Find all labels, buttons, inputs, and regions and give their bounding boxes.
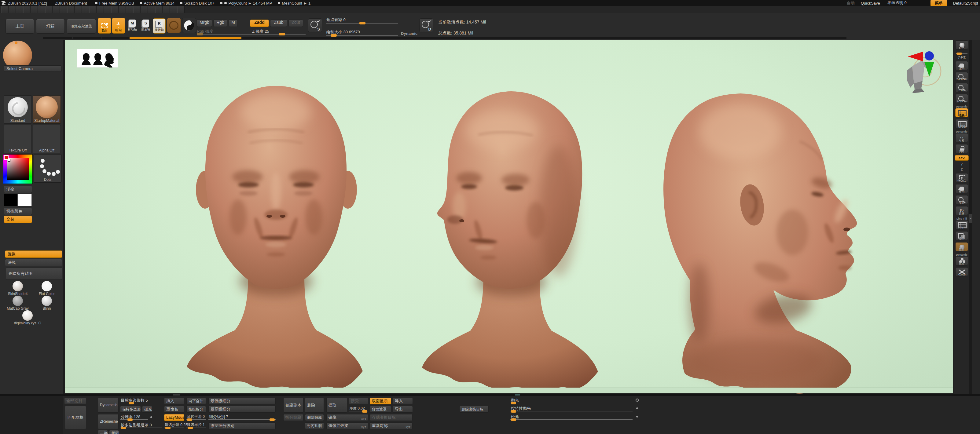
polish-features-toggle[interactable] <box>636 407 638 409</box>
relax-toggle[interactable] <box>636 416 638 418</box>
stroke-dots-thumbnail[interactable]: Dots <box>33 154 62 183</box>
thickness-slider[interactable]: 厚度 0.02 <box>349 406 368 413</box>
lightbox-button[interactable]: 灯箱 <box>36 19 65 33</box>
slider-handle[interactable] <box>511 410 516 413</box>
material-standard[interactable]: Standard <box>4 95 32 124</box>
axis-marks[interactable]: xyz <box>361 424 367 429</box>
resymmetry-button[interactable]: 重新对称 xyz <box>370 422 412 429</box>
dynamesh-polish-button[interactable]: 抛光 <box>142 406 152 413</box>
menu-item[interactable] <box>16 6 23 13</box>
freeze-subdiv-button[interactable]: 冻结细分级别 <box>208 422 276 429</box>
menu-item[interactable] <box>38 6 45 13</box>
material-digitalclay[interactable]: digitalclay.xyz_C <box>9 310 46 325</box>
zscript-button[interactable]: DefaultZScript <box>953 1 978 5</box>
polish-slider[interactable]: 抛光 <box>510 397 633 404</box>
same-button[interactable]: 相同 <box>109 430 119 434</box>
menu-item[interactable] <box>140 6 148 13</box>
axis-marks[interactable]: xyz <box>361 416 367 421</box>
split-hidden-button[interactable]: 拆分隐藏 <box>283 414 304 421</box>
dynamesh-button[interactable]: Dynamesh <box>98 397 119 413</box>
highest-subdiv-button[interactable]: 最高级细分 <box>208 406 276 413</box>
ui-opacity-slider[interactable]: 界面透明 0 <box>888 0 907 6</box>
slider-handle[interactable] <box>511 402 516 404</box>
alternate-button[interactable]: 交替 <box>4 216 32 223</box>
insert-button[interactable]: 插入 <box>164 397 184 404</box>
slider-handle[interactable] <box>121 427 126 429</box>
shelf-button[interactable]: Dynamic 对称 <box>955 130 969 142</box>
displacement-button[interactable]: 置换 <box>5 250 62 258</box>
match-mesh-button[interactable]: 匹配网格 <box>65 406 86 429</box>
backface-mask-button[interactable]: 背面遮罩 <box>370 406 391 413</box>
move-button[interactable]: M 移动轴 <box>126 19 139 32</box>
project-all-button[interactable]: 全部投射 <box>64 397 86 404</box>
material-blinn[interactable]: Blinn <box>33 296 61 311</box>
mrgb-button[interactable]: Mrgb <box>197 19 212 27</box>
duplicate-button[interactable]: 创建副本 <box>283 397 304 413</box>
shelf-button[interactable]: AC-50% <box>955 94 969 103</box>
focal-shift-dial[interactable]: S <box>308 18 322 32</box>
current-stroke-thumbnail[interactable] <box>182 18 196 33</box>
focal-shift-slider[interactable]: 焦点衰减 0 <box>326 17 398 22</box>
shelf-button[interactable]: 旋转 <box>955 206 969 215</box>
shelf-button[interactable]: 移动 <box>955 184 969 193</box>
shelf-button[interactable]: BPR <box>955 40 969 49</box>
draw-button[interactable]: 绘 制 <box>112 18 125 33</box>
double-sided-button[interactable]: 双面显示 <box>370 397 391 404</box>
extract-button[interactable]: 提取 <box>326 397 347 413</box>
mirror-button[interactable]: 镜像 xyz <box>326 414 368 421</box>
shelf-button[interactable]: XYZ <box>955 155 969 161</box>
menu-item[interactable] <box>111 6 119 13</box>
draw-size-dial[interactable]: D <box>419 18 433 32</box>
rename-button[interactable]: 重命名 <box>164 406 184 413</box>
import-button[interactable]: 导入 <box>393 397 413 404</box>
keep-polygroups-button[interactable]: 保持多边形组 <box>120 406 141 413</box>
lazy-step-slider[interactable]: 延迟步进 0.25 <box>164 422 184 429</box>
slider-handle[interactable] <box>197 33 203 35</box>
menu-item[interactable] <box>177 6 185 13</box>
accept-button[interactable]: 接受 <box>349 397 368 404</box>
slider-handle[interactable] <box>269 418 275 421</box>
shelf-button[interactable]: Dynamic 透视 <box>955 105 969 117</box>
menu-item[interactable] <box>170 6 177 13</box>
close-holes-button[interactable]: 封闭孔洞 <box>305 422 324 429</box>
shelf-button[interactable]: Dynamic 孤立 <box>955 253 969 265</box>
menu-item[interactable] <box>30 6 38 13</box>
shelf-button[interactable]: Xpose <box>955 267 969 276</box>
shelf-button[interactable]: Zoom2D <box>955 72 969 81</box>
secondary-color-swatch[interactable] <box>18 194 32 206</box>
m-button[interactable]: M <box>229 19 238 27</box>
shelf-button[interactable]: 滚动 <box>955 61 969 70</box>
alpha-off-thumbnail[interactable]: Alpha Off <box>33 125 61 153</box>
zsub-button[interactable]: Zsub <box>270 19 287 27</box>
half-button[interactable]: 一半 <box>98 430 108 434</box>
menu-item[interactable] <box>60 6 67 13</box>
shelf-button[interactable]: 中心点 <box>955 173 969 182</box>
zremesher-button[interactable]: ZRemesher <box>98 414 119 429</box>
shelf-button[interactable]: 地网格 <box>955 119 969 128</box>
slider-handle[interactable] <box>188 427 193 429</box>
menu-item[interactable] <box>89 6 97 13</box>
relax-slider[interactable]: 松弛 <box>510 414 633 421</box>
menu-item[interactable] <box>52 6 60 13</box>
material-skinshade4[interactable]: SkinShade4 <box>4 281 32 296</box>
gradient-button[interactable]: 渐变 <box>4 186 32 193</box>
menu-item[interactable] <box>23 6 30 13</box>
shelf-button[interactable]: 局部 <box>955 144 969 153</box>
mirror-and-weld-button[interactable]: 镜像并焊接 xyz <box>326 422 368 429</box>
polish-mode-toggle[interactable] <box>636 399 639 402</box>
menu-item[interactable] <box>104 6 111 13</box>
polish-by-features-slider[interactable]: 按特性抛光 <box>510 406 633 413</box>
shelf-button[interactable]: 子像素 <box>955 51 969 59</box>
menu-item[interactable] <box>8 6 16 13</box>
slider-handle[interactable] <box>129 402 134 404</box>
scale-button[interactable]: S 缩放轴 <box>139 19 152 32</box>
menu-item[interactable] <box>126 6 133 13</box>
material-flat-color[interactable]: Flat Color <box>33 281 61 296</box>
menu-item[interactable] <box>119 6 126 13</box>
switch-color-button[interactable]: 切换颜色 <box>4 208 32 215</box>
export-button[interactable]: 导出 <box>393 406 413 413</box>
menu-item[interactable] <box>97 6 104 13</box>
slider-handle[interactable] <box>331 34 337 37</box>
menu-item[interactable] <box>155 6 162 13</box>
axis-marks[interactable]: xyz <box>406 424 411 429</box>
